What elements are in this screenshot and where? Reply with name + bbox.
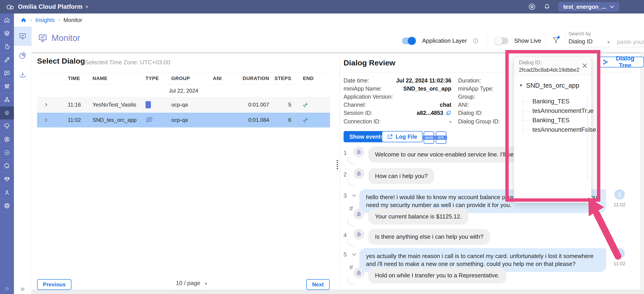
- sidebar-item-user-profile[interactable]: [0, 186, 14, 199]
- col-header-ani[interactable]: ANI: [211, 76, 231, 81]
- breadcrumb-separator: ›: [30, 17, 32, 23]
- next-page-button[interactable]: Next: [306, 279, 330, 290]
- tree-node-child[interactable]: Banking_TES: [532, 117, 570, 124]
- sidebar-item-network[interactable]: [0, 93, 14, 106]
- sidebar-item-support[interactable]: [0, 199, 14, 212]
- sidebar-item-miniapps[interactable]: [0, 40, 14, 53]
- sidebar-item-compliance[interactable]: [0, 173, 14, 186]
- col-header-name[interactable]: NAME: [90, 76, 144, 81]
- collapse-primary-sidebar-button[interactable]: [0, 283, 14, 294]
- message-number: 4: [344, 232, 347, 238]
- export-rtf-button[interactable]: RTF: [436, 131, 446, 144]
- detail-label-ani: ANI:: [458, 102, 469, 108]
- detail-label: Session ID:: [344, 110, 372, 116]
- person-avatar-icon: [614, 189, 625, 200]
- omilia-cloud-platform-app: Omilia Cloud Platform ® test_energon_...: [0, 0, 644, 294]
- previous-page-button[interactable]: Previous: [37, 279, 72, 290]
- page-size-select[interactable]: 10 / page ▾: [172, 280, 204, 290]
- col-header-time[interactable]: TIME: [63, 76, 90, 81]
- sidebar-item-insights[interactable]: [0, 106, 14, 120]
- col-header-steps[interactable]: STEPS: [270, 76, 298, 81]
- external-link-icon: [387, 134, 393, 140]
- settings-gear-icon[interactable]: [528, 3, 536, 11]
- sidebar-item-admin[interactable]: [0, 133, 14, 146]
- chevron-down-icon[interactable]: [352, 194, 356, 197]
- monitor-chart-icon: [19, 32, 27, 40]
- show-live-toggle[interactable]: [494, 38, 508, 44]
- dialog-id-input[interactable]: [616, 37, 644, 47]
- scrollbar[interactable]: [587, 97, 588, 180]
- account-name: test_energon_...: [563, 4, 606, 10]
- search-by-select[interactable]: Dialog ID ▾: [568, 38, 610, 47]
- col-header-type[interactable]: TYPE: [144, 76, 170, 81]
- breadcrumb-home-icon[interactable]: [21, 17, 26, 23]
- export-json-button[interactable]: JSON: [424, 131, 434, 144]
- log-file-button[interactable]: Log File: [382, 131, 422, 142]
- expand-row-icon[interactable]: [37, 118, 63, 122]
- col-header-duration[interactable]: DURATION: [231, 76, 270, 81]
- table-row[interactable]: 11:16 YesNoTest_Vasilis ocp-qa 0:01.007 …: [37, 97, 330, 112]
- close-icon[interactable]: [581, 62, 588, 69]
- cell-time: 11:02: [63, 117, 90, 123]
- panel-resize-handle[interactable]: [336, 160, 338, 170]
- message-row: Your current balance is $1125.12.: [344, 209, 639, 224]
- breadcrumb-link-insights[interactable]: Insights: [35, 17, 54, 23]
- log-file-label: Log File: [396, 134, 417, 140]
- design-icon: [4, 56, 10, 63]
- detail-label: Connection ID:: [344, 118, 380, 125]
- message-row: 2 How can i help you?: [344, 168, 639, 184]
- network-icon: [4, 96, 10, 103]
- col-header-end[interactable]: END: [298, 76, 330, 81]
- subnav-item-reports[interactable]: [14, 46, 32, 65]
- detail-label: Application Version:: [344, 94, 393, 100]
- sidebar-item-quality[interactable]: [0, 146, 14, 159]
- sidebar-item-tuning[interactable]: [0, 80, 14, 93]
- detail-label-dialog-group-id: Dialog Group ID:: [458, 118, 500, 125]
- tree-node-root[interactable]: ▼ SND_tes_orc_app: [519, 82, 579, 89]
- robot-avatar-icon: [354, 147, 364, 157]
- filter-icon[interactable]: [552, 35, 560, 45]
- tree-node-child[interactable]: Banking_TES: [532, 98, 570, 105]
- integrations-icon: [4, 162, 10, 169]
- person-avatar-icon: [614, 248, 625, 258]
- detail-value: chat: [440, 102, 451, 108]
- caret-down-icon: ▼: [519, 83, 523, 88]
- bell-icon[interactable]: [544, 3, 550, 10]
- tree-node-child[interactable]: tesAnnouncementTrue: [532, 107, 594, 114]
- sidebar-item-design[interactable]: [0, 53, 14, 67]
- application-layer-toggle[interactable]: [402, 38, 416, 44]
- account-menu-button[interactable]: test_energon_...: [558, 2, 619, 12]
- tree-connector: [522, 111, 530, 111]
- col-header-group[interactable]: GROUP: [170, 76, 211, 81]
- copy-icon[interactable]: [446, 110, 451, 116]
- message-number: 2: [344, 171, 347, 178]
- scissors-end-icon: ✂: [298, 101, 330, 109]
- detail-value: SND_tes_orc_app: [403, 85, 451, 92]
- subnav-item-monitor[interactable]: [14, 27, 32, 46]
- info-icon[interactable]: [473, 38, 478, 44]
- table-row-selected[interactable]: 11:02 SND_tes_orc_app ocp-qa 0:01.084 6 …: [37, 112, 330, 127]
- sidebar-item-integrations[interactable]: [0, 159, 14, 173]
- sidebar-item-home[interactable]: [0, 14, 14, 27]
- primary-sidebar: [0, 14, 14, 294]
- sidebar-item-dialogs[interactable]: [0, 67, 14, 80]
- dialog-tree-button[interactable]: Dialog Tree: [597, 57, 644, 67]
- bot-message-bubble: How can i help you?: [368, 168, 434, 184]
- monitor-title-icon: [38, 33, 48, 43]
- sidebar-item-cloud-deploy[interactable]: [0, 120, 14, 133]
- message-timestamp: 11:02: [614, 261, 625, 266]
- rtf-file-icon: RTF: [435, 136, 447, 140]
- detail-row-session-id: Session ID: a82...4853: [344, 110, 451, 116]
- tree-node-child[interactable]: tesAnnouncementFalse: [532, 126, 596, 133]
- admin-gear-user-icon: [4, 136, 10, 143]
- dialog-table: TIME NAME TYPE GROUP ANI DURATION STEPS …: [37, 72, 330, 127]
- resize-handle-icon[interactable]: [584, 196, 590, 201]
- show-live-label: Show Live: [514, 37, 541, 44]
- chevron-down-icon[interactable]: [352, 253, 356, 256]
- subnav-item-export[interactable]: [14, 65, 32, 85]
- search-by-label: Search by: [568, 31, 591, 37]
- expand-row-icon[interactable]: [37, 103, 63, 107]
- collapse-secondary-sidebar-button[interactable]: [14, 287, 32, 292]
- detail-label: miniApp Name:: [344, 85, 382, 92]
- sidebar-item-layers[interactable]: [0, 27, 14, 40]
